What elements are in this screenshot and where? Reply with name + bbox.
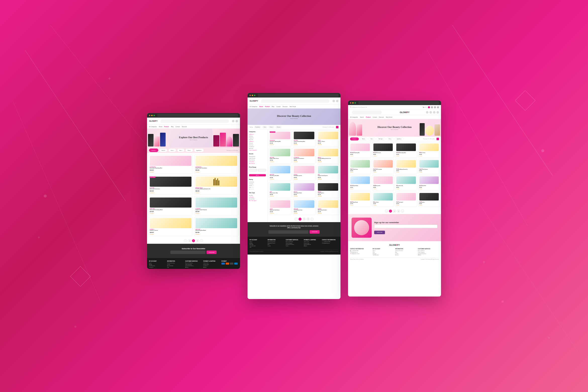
- wishlist-icon-3[interactable]: [429, 111, 432, 114]
- url-bar[interactable]: [157, 114, 238, 117]
- nav-contact[interactable]: Contact: [175, 126, 180, 127]
- page-2-2[interactable]: 2: [303, 218, 306, 221]
- nav-contact-3[interactable]: Contact: [373, 116, 377, 118]
- rating-4[interactable]: ★★★★☆: [249, 183, 266, 185]
- footer-privacy-2[interactable]: Privacy Policy | Terms & Conditions: [250, 251, 263, 252]
- footer-privacy-3[interactable]: Privacy Policy | Terms & Conditions: [350, 259, 364, 260]
- footer-link[interactable]: Affiliates: [185, 267, 202, 268]
- sidebar-show-brands[interactable]: More Brands: [249, 163, 266, 164]
- cat-pill-brand[interactable]: Brand v: [159, 149, 167, 152]
- next-page[interactable]: ›: [200, 239, 203, 242]
- filter-price[interactable]: Price v: [268, 126, 274, 128]
- filter-popularity[interactable]: Popularity: [254, 126, 261, 128]
- page-3-3[interactable]: 3: [397, 210, 400, 213]
- grid-toggle-3[interactable]: [436, 138, 439, 140]
- cat-pill-color[interactable]: Color v: [168, 149, 176, 152]
- sidebar-item[interactable]: Eye Care: [249, 139, 266, 140]
- url-bar-2[interactable]: [258, 94, 338, 97]
- sidebar-item[interactable]: Fragrance: [249, 137, 266, 139]
- price-min[interactable]: [249, 169, 257, 171]
- sidebar-item[interactable]: Foundation: [249, 146, 266, 148]
- newsletter-button-2[interactable]: SUBSCRIBE: [310, 230, 319, 234]
- filter-skin-3[interactable]: Skin Type v: [376, 137, 385, 140]
- footer-link-3[interactable]: Affiliates: [418, 255, 439, 256]
- search-bar-1[interactable]: [161, 119, 229, 123]
- filter-date[interactable]: Date: [262, 126, 267, 128]
- footer-link[interactable]: Affiliates: [203, 267, 220, 268]
- url-bar-3[interactable]: [358, 101, 439, 104]
- nav-blog[interactable]: Blog: [171, 126, 173, 127]
- cart-icon-3[interactable]: [434, 106, 436, 108]
- cart-icon-nav-3[interactable]: [433, 111, 435, 114]
- sidebar-show-more[interactable]: Show Categories: [249, 149, 266, 151]
- filter-ingredient-3[interactable]: Ingredient v: [395, 137, 404, 140]
- nav-discount-3[interactable]: Discount: [379, 116, 384, 118]
- page-1[interactable]: 1: [188, 239, 191, 242]
- sidebar-brand-item[interactable]: Beauty Basics: [249, 156, 266, 157]
- heart-icon[interactable]: [428, 106, 430, 108]
- footer-link[interactable]: Contact Us: [149, 267, 166, 268]
- sidebar-item[interactable]: Skincare: [249, 142, 266, 144]
- page-2[interactable]: 2: [192, 239, 195, 242]
- skin-type-item[interactable]: Dry Skin: [249, 194, 266, 196]
- sidebar-brand-item[interactable]: Health Brands: [249, 157, 266, 159]
- sidebar-item[interactable]: ● Makeup: [249, 140, 266, 142]
- footer-link[interactable]: Help: [167, 267, 184, 268]
- skin-type-more[interactable]: More Skin Types: [249, 200, 266, 202]
- grid-toggle[interactable]: [336, 126, 338, 128]
- wishlist-icon[interactable]: [431, 106, 433, 108]
- user-icon-2[interactable]: [332, 100, 335, 102]
- nav-discount[interactable]: Discount: [182, 126, 187, 127]
- filter-size-3[interactable]: Size v: [368, 137, 375, 140]
- filter-review[interactable]: Review: [275, 126, 282, 128]
- filter-price-3[interactable]: Price v: [386, 137, 394, 140]
- nav-product-2[interactable]: Product: [265, 106, 270, 107]
- rating-5[interactable]: ★★★★★: [249, 181, 266, 183]
- footer-link-3[interactable]: Account: [395, 255, 416, 256]
- nav-discount-2[interactable]: Discount: [283, 106, 287, 107]
- cart-icon-2[interactable]: [336, 100, 338, 102]
- logo-2[interactable]: GLOWiFY: [250, 100, 258, 102]
- skin-type-item[interactable]: ● Oily Skin: [249, 196, 266, 198]
- cat-pill-size[interactable]: Size v: [177, 149, 184, 152]
- user-icon[interactable]: [232, 120, 234, 122]
- nav-blog-2[interactable]: Blog: [272, 106, 274, 107]
- nav-new-3[interactable]: New Arrival: [386, 116, 392, 118]
- footer-link[interactable]: Orders: [286, 246, 302, 247]
- nav-all-categories[interactable]: All Categories: [149, 126, 157, 127]
- newsletter-input-2[interactable]: [268, 230, 309, 234]
- nav-all-cat-2[interactable]: All Categories: [250, 106, 257, 107]
- logo-1[interactable]: GLOWiFY: [149, 120, 158, 122]
- nav-all-3[interactable]: All Categories: [350, 116, 358, 118]
- sidebar-item[interactable]: ● All Items: [249, 133, 266, 135]
- sidebar-item[interactable]: Hair Care: [249, 144, 266, 146]
- nav-product-3[interactable]: Product: [366, 116, 371, 118]
- page-3-2[interactable]: 3: [307, 218, 310, 221]
- cat-pill-ingredient[interactable]: Ingredient v: [194, 149, 204, 152]
- footer-link-3[interactable]: Track My Order: [373, 255, 394, 256]
- page-1-3[interactable]: 1: [389, 210, 392, 213]
- newsletter-input-3[interactable]: [374, 225, 437, 228]
- prev-page-2[interactable]: ‹: [295, 218, 298, 221]
- prev-page-3[interactable]: ‹: [385, 210, 388, 213]
- newsletter-input-1[interactable]: [170, 251, 206, 254]
- rating-1[interactable]: ★☆☆☆☆: [249, 188, 266, 190]
- footer-link[interactable]: Affiliates: [304, 246, 320, 247]
- nav-product[interactable]: Product: [164, 126, 169, 127]
- user-icon-3[interactable]: [437, 106, 439, 108]
- menu-icon-3[interactable]: [436, 111, 439, 114]
- account-icon-3[interactable]: [426, 111, 428, 114]
- page-2-3[interactable]: 2: [393, 210, 396, 213]
- price-max[interactable]: [258, 169, 266, 171]
- page-3[interactable]: 3: [196, 239, 199, 242]
- prev-page[interactable]: ‹: [184, 239, 187, 242]
- next-page-2[interactable]: ›: [311, 218, 314, 221]
- search-bar-3[interactable]: [352, 111, 382, 114]
- cart-icon[interactable]: [235, 120, 238, 122]
- nav-brand-2[interactable]: Brand: [259, 106, 263, 107]
- nav-new-2[interactable]: New Arrival: [289, 106, 296, 107]
- apply-button[interactable]: APPLY: [249, 174, 266, 176]
- cat-pill-all[interactable]: Category v: [149, 149, 158, 152]
- nav-brand[interactable]: Brand: [159, 126, 162, 127]
- logo-3[interactable]: GLOWiFY: [400, 111, 409, 114]
